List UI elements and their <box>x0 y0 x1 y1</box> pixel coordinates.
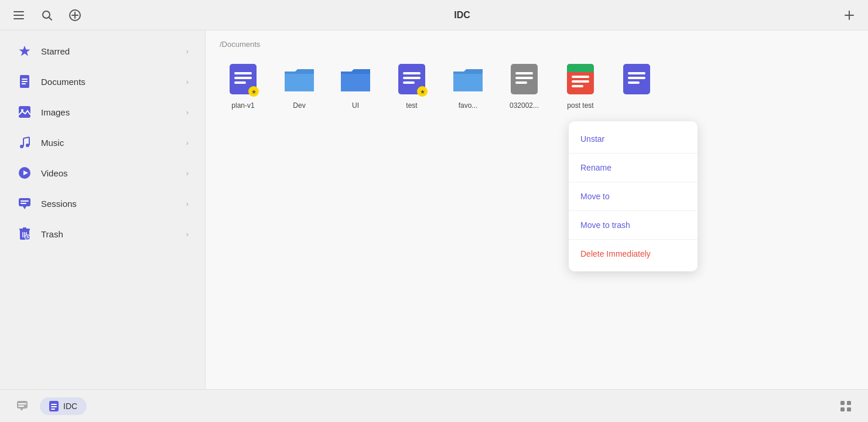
main-layout: Starred › Documents › <box>0 30 868 389</box>
add-circle-icon[interactable] <box>66 6 84 25</box>
sessions-label: Sessions <box>41 199 178 209</box>
topbar-plus-icon[interactable] <box>840 6 859 25</box>
file-label-ui: UI <box>352 101 359 110</box>
file-item-plan-v1[interactable]: ★ plan-v1 <box>220 60 266 110</box>
svg-rect-26 <box>20 203 26 204</box>
svg-line-21 <box>23 137 29 138</box>
documents-icon <box>16 73 33 90</box>
svg-rect-69 <box>847 401 851 405</box>
svg-rect-68 <box>840 401 845 405</box>
chevron-icon: › <box>186 108 189 117</box>
file-label-post-test: post test <box>567 101 593 110</box>
grid-icon[interactable] <box>835 396 856 417</box>
svg-marker-10 <box>19 46 30 56</box>
context-menu-divider-3 <box>569 210 698 211</box>
svg-rect-53 <box>572 76 589 78</box>
svg-rect-57 <box>628 72 645 74</box>
svg-rect-71 <box>847 407 851 411</box>
file-item-032002[interactable]: 032002... <box>501 60 548 110</box>
svg-rect-70 <box>840 407 845 411</box>
svg-rect-67 <box>51 409 55 410</box>
starred-label: Starred <box>41 46 178 56</box>
chat-icon[interactable] <box>12 396 33 417</box>
svg-rect-14 <box>22 83 26 84</box>
svg-rect-49 <box>515 81 527 84</box>
svg-rect-39 <box>234 72 252 74</box>
context-menu-delete-immediately[interactable]: Delete Immediately <box>569 241 698 267</box>
file-label-plan-v1: plan-v1 <box>231 101 254 110</box>
svg-rect-58 <box>628 77 645 79</box>
svg-rect-30 <box>23 227 26 229</box>
sidebar-item-images[interactable]: Images › <box>5 97 200 127</box>
bottom-tab-idc[interactable]: IDC <box>40 397 87 415</box>
svg-rect-48 <box>515 77 533 79</box>
file-item-post-test[interactable]: post test <box>557 60 604 110</box>
context-menu-rename[interactable]: Rename <box>569 155 698 181</box>
images-icon <box>16 104 33 120</box>
svg-rect-40 <box>234 77 252 79</box>
search-icon[interactable] <box>37 6 56 25</box>
sidebar-item-sessions[interactable]: Sessions › <box>5 189 200 218</box>
bottombar: IDC <box>0 389 868 422</box>
svg-rect-61 <box>18 403 26 404</box>
file-item-test[interactable]: ★ test <box>388 60 435 110</box>
file-item-dev[interactable]: Dev <box>276 60 323 110</box>
svg-rect-25 <box>20 200 29 202</box>
context-menu-divider-4 <box>569 239 698 240</box>
chevron-icon: › <box>186 138 189 147</box>
svg-rect-2 <box>13 18 24 19</box>
sidebar: Starred › Documents › <box>0 30 206 389</box>
context-menu: Unstar Rename Move to Move to trash Dele… <box>569 121 698 271</box>
file-item-ui[interactable]: UI <box>332 60 379 110</box>
app-title: IDC <box>94 10 831 21</box>
sidebar-item-music[interactable]: Music › <box>5 128 200 157</box>
svg-rect-45 <box>403 81 415 84</box>
topbar: IDC <box>0 0 868 30</box>
music-label: Music <box>41 138 178 148</box>
svg-marker-63 <box>20 409 23 411</box>
sessions-icon <box>16 195 33 212</box>
sidebar-item-starred[interactable]: Starred › <box>5 36 200 66</box>
sidebar-item-trash[interactable]: Trash › <box>5 219 200 249</box>
star-icon <box>16 43 33 59</box>
sidebar-item-videos[interactable]: Videos › <box>5 158 200 188</box>
file-item-doc-purple[interactable] <box>613 60 660 110</box>
svg-rect-0 <box>13 11 24 12</box>
svg-rect-1 <box>13 15 24 16</box>
menu-icon[interactable] <box>9 6 28 25</box>
context-menu-divider-1 <box>569 153 698 154</box>
svg-rect-44 <box>403 77 421 79</box>
context-menu-divider-2 <box>569 182 698 182</box>
chevron-icon: › <box>186 77 189 86</box>
chevron-icon: › <box>186 47 189 56</box>
svg-line-4 <box>49 18 52 20</box>
file-label-test: test <box>406 101 417 110</box>
context-menu-unstar[interactable]: Unstar <box>569 126 698 152</box>
svg-rect-54 <box>572 80 589 83</box>
svg-rect-13 <box>22 81 28 82</box>
svg-point-3 <box>43 11 50 18</box>
sidebar-item-documents[interactable]: Documents › <box>5 67 200 96</box>
file-label-favo: favo... <box>459 101 478 110</box>
svg-rect-41 <box>234 81 246 84</box>
context-menu-move-to[interactable]: Move to <box>569 183 698 209</box>
file-label-032002: 032002... <box>510 101 539 110</box>
bottom-tab-label: IDC <box>63 401 77 411</box>
file-grid: ★ plan-v1 Dev <box>220 60 854 110</box>
file-item-favo[interactable]: favo... <box>445 60 491 110</box>
svg-rect-24 <box>19 198 30 206</box>
chevron-icon: › <box>186 169 189 178</box>
content-area: /Documents ★ plan-v1 <box>206 30 868 389</box>
svg-rect-52 <box>567 69 594 72</box>
svg-rect-47 <box>515 72 533 74</box>
svg-rect-60 <box>17 401 28 409</box>
context-menu-move-to-trash[interactable]: Move to trash <box>569 212 698 238</box>
videos-icon <box>16 165 33 181</box>
videos-label: Videos <box>41 168 178 178</box>
svg-rect-12 <box>22 79 28 80</box>
svg-rect-43 <box>403 72 421 74</box>
images-label: Images <box>41 107 178 117</box>
trash-icon <box>16 226 33 242</box>
svg-rect-66 <box>51 406 57 407</box>
svg-rect-65 <box>51 404 57 405</box>
